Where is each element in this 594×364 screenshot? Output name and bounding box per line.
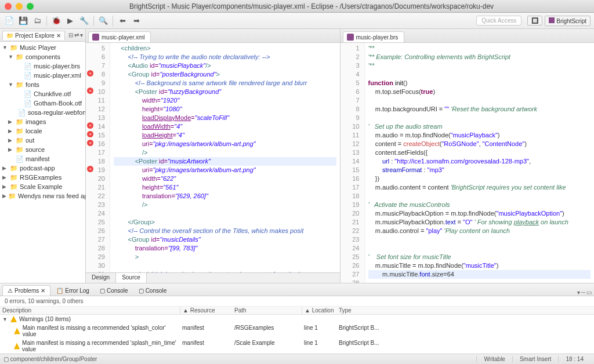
brightscript-perspective[interactable]: BrightScript bbox=[545, 16, 591, 26]
design-tab[interactable]: Design bbox=[86, 273, 116, 283]
console-tab-1[interactable]: ▢ Console bbox=[95, 286, 133, 296]
problems-view: ⚠ Problems ✕ 📋 Error Log ▢ Console ▢ Con… bbox=[0, 283, 594, 354]
search-icon[interactable]: 🔍 bbox=[97, 15, 109, 27]
status-insert-mode: Smart Insert bbox=[512, 356, 558, 362]
tree-item-manifest[interactable]: 📄manifest bbox=[0, 154, 85, 163]
back-icon[interactable]: ⬅ bbox=[117, 15, 128, 27]
link-editor-icon[interactable]: ⇄ bbox=[74, 32, 79, 38]
error-log-tab[interactable]: 📋 Error Log bbox=[52, 286, 94, 296]
tree-item-chunkfive-otf[interactable]: 📄Chunkfive.otf bbox=[0, 89, 85, 99]
save-all-icon[interactable]: 🗂 bbox=[31, 15, 43, 27]
tree-item-scale-example[interactable]: ▶📁Scale Example bbox=[0, 182, 85, 191]
warnings-group[interactable]: ▼Warnings (10 items) bbox=[0, 315, 594, 323]
minimize-icon[interactable]: ─ bbox=[581, 289, 585, 296]
col-type[interactable]: Type bbox=[336, 307, 389, 314]
col-description[interactable]: Description bbox=[0, 307, 180, 314]
view-menu-icon[interactable]: ▾ bbox=[80, 32, 83, 38]
status-bar: ▢ component/children/Group/Poster Writab… bbox=[0, 354, 594, 364]
editor-tab-brs[interactable]: music-player.brs bbox=[343, 31, 405, 42]
source-tab[interactable]: Source bbox=[116, 273, 147, 283]
close-window-button[interactable] bbox=[5, 3, 12, 10]
tree-item-out[interactable]: ▶📁out bbox=[0, 136, 85, 145]
problem-row[interactable]: Main manifest is missing a recommended '… bbox=[0, 338, 594, 354]
problems-summary: 0 errors, 10 warnings, 0 others bbox=[0, 296, 594, 307]
main-toolbar: 📄 💾 🗂 🐞 ▶ 🔧 🔍 ⬅ ➡ Quick Access 🔲 BrightS… bbox=[0, 13, 594, 29]
project-explorer-tab[interactable]: 📁 Project Explore ✕ bbox=[2, 31, 65, 40]
window-title: BrightScript - Music Player/components/m… bbox=[34, 2, 589, 10]
breadcrumb: component/children/Group/Poster bbox=[10, 356, 97, 362]
tree-item-wendys-new-rss-feed-app[interactable]: ▶📁Wendys new rss feed app bbox=[0, 191, 85, 201]
console-tab-2[interactable]: ▢ Console bbox=[134, 286, 172, 296]
maximize-window-button[interactable] bbox=[27, 3, 34, 10]
tree-item-rsgexamples[interactable]: ▶📁RSGExamples bbox=[0, 173, 85, 182]
status-cursor-position: 18 : 14 bbox=[558, 356, 591, 362]
col-resource[interactable]: ▲ Resource bbox=[180, 307, 232, 314]
xml-file-icon bbox=[92, 34, 99, 41]
run-icon[interactable]: ▶ bbox=[64, 15, 76, 27]
open-perspective-button[interactable]: 🔲 bbox=[527, 16, 542, 26]
col-location[interactable]: ▲ Location bbox=[302, 307, 336, 314]
tree-item-source[interactable]: ▶📁source bbox=[0, 145, 85, 154]
editor-right-pane: music-player.brs 12345678910111213141516… bbox=[341, 29, 595, 283]
tree-item-fonts[interactable]: ▼📁fonts bbox=[0, 80, 85, 89]
quick-access-input[interactable]: Quick Access bbox=[476, 16, 521, 26]
brs-editor[interactable]: 1234567891011121314151617181920212223242… bbox=[341, 43, 595, 283]
col-path[interactable]: Path bbox=[232, 307, 302, 314]
save-icon[interactable]: 💾 bbox=[17, 15, 29, 27]
tree-item-components[interactable]: ▼📁components bbox=[0, 52, 85, 61]
tree-item-music-player[interactable]: ▼📁Music Player bbox=[0, 43, 85, 52]
external-tools-icon[interactable]: 🔧 bbox=[78, 15, 90, 27]
tree-item-podcast-app[interactable]: ▶📁podcast-app bbox=[0, 163, 85, 173]
warning-icon bbox=[14, 343, 20, 350]
warning-icon bbox=[10, 316, 17, 322]
debug-icon[interactable]: 🐞 bbox=[50, 15, 62, 27]
tree-item-music-player-brs[interactable]: 📄music-player.brs bbox=[0, 61, 85, 71]
tree-item-locale[interactable]: ▶📁locale bbox=[0, 126, 85, 136]
tree-item-music-player-xml[interactable]: 📄music-player.xml bbox=[0, 71, 85, 80]
tree-item-images[interactable]: ▶📁images bbox=[0, 117, 85, 126]
collapse-all-icon[interactable]: ⊟ bbox=[68, 32, 73, 38]
status-writable: Writable bbox=[476, 356, 512, 362]
maximize-icon[interactable]: ▭ bbox=[586, 289, 592, 296]
forward-icon[interactable]: ➡ bbox=[131, 15, 142, 27]
editor-left-pane: music-player.xml 567×89×10111213×14×15×1… bbox=[86, 29, 340, 283]
warning-icon bbox=[14, 328, 20, 334]
project-tree[interactable]: ▼📁Music Player▼📁components📄music-player.… bbox=[0, 42, 85, 283]
window-titlebar: BrightScript - Music Player/components/m… bbox=[0, 0, 594, 13]
minimize-window-button[interactable] bbox=[16, 3, 23, 10]
problem-row[interactable]: Main manifest is missing a recommended '… bbox=[0, 323, 594, 338]
problems-tab[interactable]: ⚠ Problems ✕ bbox=[2, 285, 50, 296]
problems-table[interactable]: Description ▲ Resource Path ▲ Location T… bbox=[0, 307, 594, 354]
project-explorer-view: 📁 Project Explore ✕ ⊟ ⇄ ▾ ▼📁Music Player… bbox=[0, 29, 86, 283]
brs-file-icon bbox=[347, 34, 354, 41]
xml-editor[interactable]: 567×89×10111213×14×15×161718×19202122232… bbox=[86, 43, 340, 272]
editor-tab-xml[interactable]: music-player.xml bbox=[88, 31, 151, 42]
tree-item-gotham-book-otf[interactable]: 📄Gotham-Book.otf bbox=[0, 99, 85, 108]
tree-item-sosa-regular-webfont-t[interactable]: 📄sosa-regular-webfont.t bbox=[0, 108, 85, 117]
new-icon[interactable]: 📄 bbox=[3, 15, 15, 27]
view-menu-icon[interactable]: ▾ bbox=[577, 289, 580, 296]
